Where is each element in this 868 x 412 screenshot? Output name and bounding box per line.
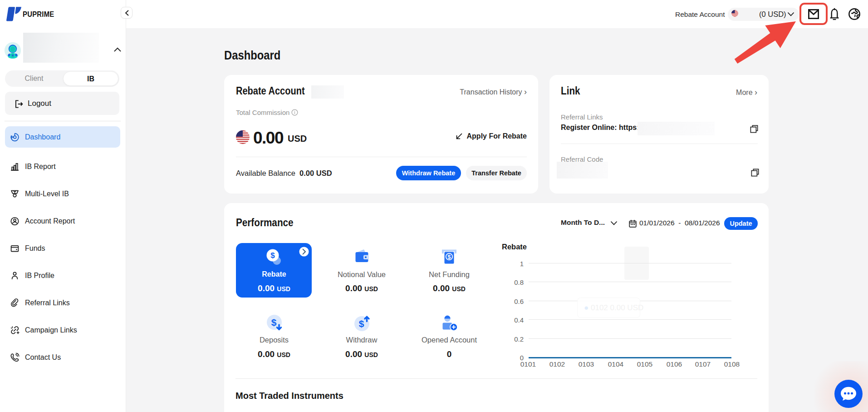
svg-text:$: $: [271, 317, 277, 328]
svg-text:$: $: [448, 254, 451, 260]
svg-text:$: $: [270, 251, 275, 260]
svg-text:$: $: [359, 318, 364, 329]
